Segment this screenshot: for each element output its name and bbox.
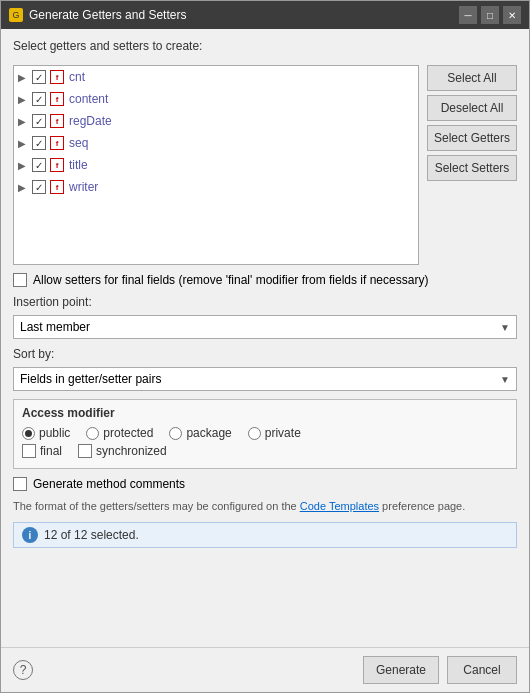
maximize-button[interactable]: □: [481, 6, 499, 24]
field-checkbox[interactable]: [32, 70, 46, 84]
close-button[interactable]: ✕: [503, 6, 521, 24]
sort-by-arrow: ▼: [500, 374, 510, 385]
select-getters-button[interactable]: Select Getters: [427, 125, 517, 151]
sort-by-section: Sort by: Fields in getter/setter pairs ▼: [13, 347, 517, 391]
expand-icon: ▶: [18, 182, 30, 193]
field-item-regDate[interactable]: ▶fregDate: [14, 110, 418, 132]
expand-icon: ▶: [18, 160, 30, 171]
field-item-content[interactable]: ▶fcontent: [14, 88, 418, 110]
field-type-icon: f: [50, 92, 64, 106]
synchronized-checkbox[interactable]: [78, 444, 92, 458]
radio-public[interactable]: public: [22, 426, 70, 440]
field-name: writer: [69, 180, 98, 194]
insertion-point-label: Insertion point:: [13, 295, 517, 309]
field-type-icon: f: [50, 180, 64, 194]
field-checkbox[interactable]: [32, 136, 46, 150]
code-templates-link[interactable]: Code Templates: [300, 500, 379, 512]
synchronized-label: synchronized: [96, 444, 167, 458]
generate-comments-checkbox[interactable]: [13, 477, 27, 491]
radio-private-label: private: [265, 426, 301, 440]
radio-package-label: package: [186, 426, 231, 440]
select-setters-button[interactable]: Select Setters: [427, 155, 517, 181]
sort-by-label: Sort by:: [13, 347, 517, 361]
format-description: The format of the getters/setters may be…: [13, 499, 517, 514]
field-checkbox[interactable]: [32, 158, 46, 172]
field-name: content: [69, 92, 108, 106]
insertion-point-dropdown[interactable]: Last member ▼: [13, 315, 517, 339]
insertion-point-value: Last member: [20, 320, 90, 334]
fields-area: ▶fcnt▶fcontent▶fregDate▶fseq▶ftitle▶fwri…: [13, 65, 517, 265]
expand-icon: ▶: [18, 72, 30, 83]
select-all-button[interactable]: Select All: [427, 65, 517, 91]
access-modifier-title: Access modifier: [22, 406, 508, 420]
window-icon: G: [9, 8, 23, 22]
radio-package-circle: [169, 427, 182, 440]
field-item-cnt[interactable]: ▶fcnt: [14, 66, 418, 88]
window-controls: ─ □ ✕: [459, 6, 521, 24]
field-name: regDate: [69, 114, 112, 128]
sort-by-dropdown[interactable]: Fields in getter/setter pairs ▼: [13, 367, 517, 391]
radio-public-label: public: [39, 426, 70, 440]
field-name: seq: [69, 136, 88, 150]
final-checkbox-item[interactable]: final: [22, 444, 62, 458]
status-bar: i 12 of 12 selected.: [13, 522, 517, 548]
minimize-button[interactable]: ─: [459, 6, 477, 24]
field-type-icon: f: [50, 158, 64, 172]
radio-private-circle: [248, 427, 261, 440]
radio-public-circle: [22, 427, 35, 440]
info-icon: i: [22, 527, 38, 543]
field-item-writer[interactable]: ▶fwriter: [14, 176, 418, 198]
expand-icon: ▶: [18, 138, 30, 149]
generate-comments-label: Generate method comments: [33, 477, 185, 491]
deselect-all-button[interactable]: Deselect All: [427, 95, 517, 121]
field-checkbox[interactable]: [32, 92, 46, 106]
status-text: 12 of 12 selected.: [44, 528, 139, 542]
allow-setters-checkbox[interactable]: [13, 273, 27, 287]
field-type-icon: f: [50, 136, 64, 150]
format-text-after: preference page.: [379, 500, 465, 512]
field-name: cnt: [69, 70, 85, 84]
radio-protected-circle: [86, 427, 99, 440]
allow-setters-label: Allow setters for final fields (remove '…: [33, 273, 428, 287]
side-buttons: Select All Deselect All Select Getters S…: [427, 65, 517, 265]
generate-button[interactable]: Generate: [363, 656, 439, 684]
access-modifier-radios: public protected package private: [22, 426, 508, 440]
radio-protected-label: protected: [103, 426, 153, 440]
final-checkbox[interactable]: [22, 444, 36, 458]
insertion-point-section: Insertion point: Last member ▼: [13, 295, 517, 339]
access-modifier-section: Access modifier public protected package…: [13, 399, 517, 469]
field-checkbox[interactable]: [32, 114, 46, 128]
dialog-content: Select getters and setters to create: ▶f…: [1, 29, 529, 647]
radio-private[interactable]: private: [248, 426, 301, 440]
radio-package[interactable]: package: [169, 426, 231, 440]
action-buttons: Generate Cancel: [363, 656, 517, 684]
main-window: G Generate Getters and Setters ─ □ ✕ Sel…: [0, 0, 530, 693]
field-checkbox[interactable]: [32, 180, 46, 194]
generate-comments-row: Generate method comments: [13, 477, 517, 491]
fields-list[interactable]: ▶fcnt▶fcontent▶fregDate▶fseq▶ftitle▶fwri…: [13, 65, 419, 265]
field-item-seq[interactable]: ▶fseq: [14, 132, 418, 154]
format-text-before: The format of the getters/setters may be…: [13, 500, 300, 512]
expand-icon: ▶: [18, 94, 30, 105]
sort-by-value: Fields in getter/setter pairs: [20, 372, 161, 386]
cancel-button[interactable]: Cancel: [447, 656, 517, 684]
bottom-bar: ? Generate Cancel: [1, 647, 529, 692]
field-name: title: [69, 158, 88, 172]
radio-protected[interactable]: protected: [86, 426, 153, 440]
final-label: final: [40, 444, 62, 458]
window-title: Generate Getters and Setters: [29, 8, 459, 22]
allow-setters-row: Allow setters for final fields (remove '…: [13, 273, 517, 287]
field-item-title[interactable]: ▶ftitle: [14, 154, 418, 176]
modifier-checkboxes: final synchronized: [22, 444, 508, 458]
insertion-point-arrow: ▼: [500, 322, 510, 333]
title-bar: G Generate Getters and Setters ─ □ ✕: [1, 1, 529, 29]
section-header: Select getters and setters to create:: [13, 39, 517, 53]
field-type-icon: f: [50, 114, 64, 128]
field-type-icon: f: [50, 70, 64, 84]
help-button[interactable]: ?: [13, 660, 33, 680]
expand-icon: ▶: [18, 116, 30, 127]
synchronized-checkbox-item[interactable]: synchronized: [78, 444, 167, 458]
